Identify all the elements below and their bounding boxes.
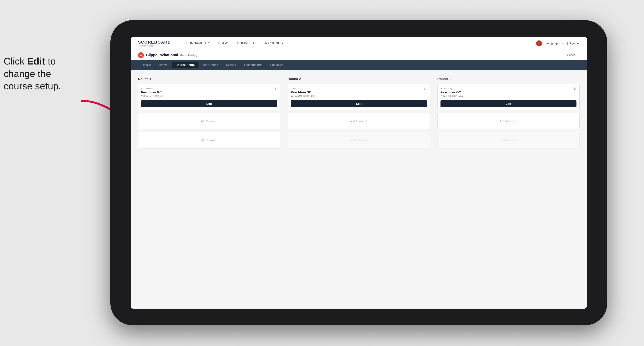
round-1-course-name: Peachtree GC: [141, 91, 277, 94]
round-2-add-course-2: Add Course +: [288, 132, 430, 149]
add-plus-icon-1: +: [216, 119, 218, 123]
round-3-delete-icon[interactable]: 🗑: [573, 86, 577, 91]
round-1-course-label: (Course A): [141, 87, 277, 90]
sign-out-link[interactable]: | Sign out: [567, 42, 580, 45]
round2-add-course-1-label: Add Course: [350, 120, 364, 123]
nav-teams[interactable]: TEAMS: [218, 41, 230, 45]
round-1-delete-icon[interactable]: 🗑: [274, 86, 278, 91]
cancel-button[interactable]: Cancel ✕: [567, 53, 580, 57]
rounds-grid: Round 1 🗑 (Course A) Peachtree GC Yellow…: [138, 77, 580, 151]
nav-right: blair@clippd.io | Sign out: [536, 40, 580, 46]
round-2-course-label: (Course A): [291, 87, 427, 90]
round-1-add-course-2[interactable]: Add Course +: [138, 132, 280, 149]
tab-details[interactable]: Details: [138, 62, 154, 68]
round-2-delete-icon[interactable]: 🗑: [423, 86, 428, 91]
round-2-course-details: Yellow (M) (6629 yds): [291, 95, 427, 97]
round3-add-course-2-label: Add Course: [500, 139, 514, 142]
round-1-edit-button[interactable]: Edit: [141, 100, 277, 107]
round-3-course-label: (Course A): [440, 87, 576, 90]
round3-add-course-1-label: Add Course: [500, 120, 514, 123]
round-2-column: Round 2 🗑 (Course A) Peachtree GC Yellow…: [288, 77, 430, 151]
nav-rankings[interactable]: RANKINGS: [265, 41, 283, 45]
tab-printables[interactable]: Printables: [266, 62, 287, 68]
tab-leaderboards[interactable]: Leaderboards: [240, 62, 266, 68]
round-3-title: Round 3: [437, 77, 580, 81]
tab-results[interactable]: Results: [222, 62, 240, 68]
round-3-column: Round 3 🗑 (Course A) Peachtree GC Yellow…: [437, 77, 580, 151]
round-2-edit-button[interactable]: Edit: [291, 100, 427, 107]
round2-add-plus-2: +: [366, 138, 368, 142]
round-1-course-card: 🗑 (Course A) Peachtree GC Yellow (M) (66…: [138, 84, 280, 110]
nav-tournaments[interactable]: TOURNAMENTS: [184, 41, 210, 45]
logo-subtitle: Powered by clippd: [138, 45, 171, 47]
instruction-text: Click Edit tochange thecourse setup.: [4, 55, 81, 92]
tab-nav: Details Teams Course Setup Tee Groups Re…: [131, 60, 587, 70]
tab-teams[interactable]: Teams: [155, 62, 171, 68]
round2-add-plus-1: +: [366, 119, 368, 123]
round-3-add-course-2: Add Course +: [437, 132, 580, 149]
tournament-gender: (Men): [180, 53, 187, 57]
nav-links: TOURNAMENTS TEAMS COMMITTEE RANKINGS: [184, 41, 527, 45]
round-1-column: Round 1 🗑 (Course A) Peachtree GC Yellow…: [138, 77, 280, 151]
add-course-1-label: Add Course: [200, 120, 215, 123]
round-2-course-name: Peachtree GC: [291, 91, 427, 94]
tab-course-setup[interactable]: Course Setup: [172, 62, 198, 68]
user-email: blair@clippd.io: [545, 42, 564, 45]
cancel-icon: ✕: [577, 53, 580, 57]
bold-edit: Edit: [27, 56, 45, 66]
top-nav: SCOREBOARD Powered by clippd TOURNAMENTS…: [131, 37, 587, 50]
tournament-bar: C Clippd Invitational (Men) Hosting Canc…: [131, 50, 587, 60]
nav-committee[interactable]: COMMITTEE: [237, 41, 258, 45]
tab-tee-groups[interactable]: Tee Groups: [199, 62, 222, 68]
add-plus-icon-2: +: [216, 138, 218, 142]
scoreboard-logo: SCOREBOARD: [138, 40, 171, 45]
round-3-course-card: 🗑 (Course A) Peachtree GC Yellow (M) (66…: [437, 84, 580, 110]
tablet-frame: SCOREBOARD Powered by clippd TOURNAMENTS…: [110, 20, 607, 325]
tournament-name: Clippd Invitational: [146, 53, 178, 57]
round-3-add-course-1[interactable]: Add Course +: [437, 113, 580, 129]
hosting-badge: Hosting: [188, 53, 198, 57]
round-2-title: Round 2: [288, 77, 430, 81]
round3-add-plus-1: +: [516, 119, 518, 123]
round3-add-plus-2: +: [516, 138, 518, 142]
round-1-title: Round 1: [138, 77, 280, 81]
tournament-logo: C: [138, 52, 144, 58]
tablet-screen: SCOREBOARD Powered by clippd TOURNAMENTS…: [131, 37, 587, 309]
round-3-edit-button[interactable]: Edit: [440, 100, 576, 107]
add-course-2-label: Add Course: [200, 139, 215, 142]
main-content: Round 1 🗑 (Course A) Peachtree GC Yellow…: [131, 70, 587, 309]
user-avatar: [536, 40, 542, 46]
round2-add-course-2-label: Add Course: [350, 139, 364, 142]
round-2-course-card: 🗑 (Course A) Peachtree GC Yellow (M) (66…: [288, 84, 430, 110]
round-2-add-course-1[interactable]: Add Course +: [288, 113, 430, 129]
round-1-add-course-1[interactable]: Add Course +: [138, 113, 280, 129]
round-3-course-details: Yellow (M) (6629 yds): [440, 95, 576, 97]
logo-area: SCOREBOARD Powered by clippd: [138, 40, 171, 47]
round-3-course-name: Peachtree GC: [440, 91, 576, 94]
round-1-course-details: Yellow (M) (6629 yds): [141, 95, 277, 97]
